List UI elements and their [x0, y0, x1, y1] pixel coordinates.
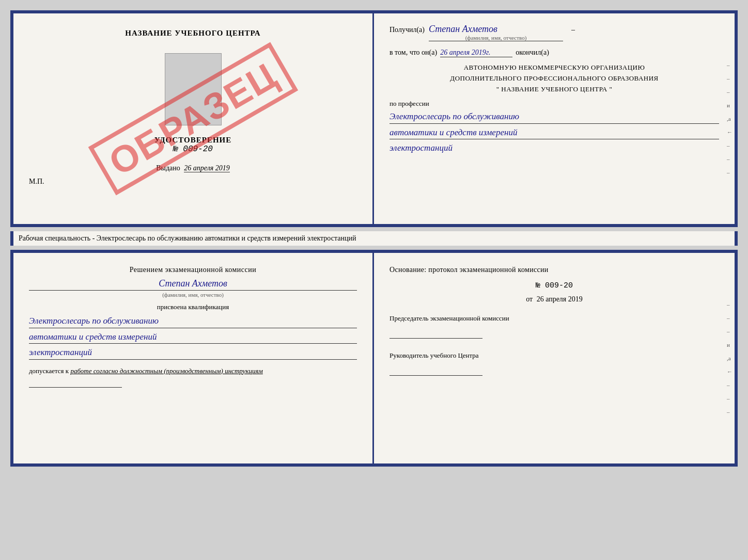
profession-line2: автоматики и средств измерений [389, 126, 719, 140]
mp-line: М.П. [29, 178, 44, 186]
poluchil-label: Получил(а) [389, 26, 425, 34]
udostoverenie-number: № 009-20 [154, 145, 232, 154]
page-wrapper: НАЗВАНИЕ УЧЕБНОГО ЦЕНТРА УДОСТОВЕРЕНИЕ №… [10, 10, 738, 467]
org-block: АВТОНОМНУЮ НЕКОММЕРЧЕСКУЮ ОРГАНИЗАЦИЮ ДО… [389, 62, 719, 94]
subtitle-text: Рабочая специальность - Электрослесарь п… [19, 234, 356, 242]
bottom-right-panel: Основание: протокол экзаменационной коми… [374, 253, 735, 463]
bottom-left-panel: Решением экзаменационной комиссии Степан… [13, 253, 374, 463]
protocol-number: № 009-20 [389, 281, 719, 290]
udostoverenie-block: УДОСТОВЕРЕНИЕ № 009-20 [154, 136, 232, 154]
fio-small-bottom: (фамилия, имя, отчество) [29, 292, 357, 298]
vtom-date: 26 апреля 2019г. [440, 49, 512, 57]
vydano-date: 26 апреля 2019 [184, 164, 229, 172]
vydano-line: Выдано 26 апреля 2019 [156, 164, 230, 172]
prisvoena-label: присвоена квалификация [29, 303, 357, 311]
vtom-line: в том, что он(а) 26 апреля 2019г. окончи… [389, 49, 719, 57]
profession-line3: электростанций [389, 141, 719, 155]
photo-placeholder [165, 53, 222, 125]
udostoverenie-title: УДОСТОВЕРЕНИЕ [154, 136, 232, 145]
poluchil-line: Получил(а) Степан Ахметов (фамилия, имя,… [389, 24, 719, 41]
side-marks-right-bottom: – – – и ,а ← – – – [727, 301, 733, 415]
rukovoditel-block: Руководитель учебного Центра [389, 351, 719, 378]
osnovanie-title: Основание: протокол экзаменационной коми… [389, 266, 719, 274]
fio-small-top: (фамилия, имя, отчество) [429, 35, 563, 41]
org-line1: АВТОНОМНУЮ НЕКОММЕРЧЕСКУЮ ОРГАНИЗАЦИЮ [389, 62, 719, 73]
rukovoditel-signature-line [389, 365, 482, 376]
org-line3: " НАЗВАНИЕ УЧЕБНОГО ЦЕНТРА " [389, 84, 719, 95]
vtom-label: в том, что он(а) [389, 49, 437, 57]
profession-line1: Электрослесарь по обслуживанию [389, 110, 719, 124]
dopusk-label: допускается к [29, 367, 69, 375]
center-name-top: НАЗВАНИЕ УЧЕБНОГО ЦЕНТРА [125, 29, 260, 38]
predsedatel-label: Председатель экзаменационной комиссии [389, 314, 719, 323]
okonchil-label: окончил(а) [516, 49, 549, 57]
ot-label: от [526, 295, 533, 303]
subtitle-bar: Рабочая специальность - Электрослесарь п… [10, 231, 738, 246]
predsedatel-signature-line [389, 328, 482, 339]
bottom-document: Решением экзаменационной комиссии Степан… [10, 250, 738, 467]
ot-date: от 26 апреля 2019 [389, 295, 719, 303]
signature-line-bottom-left [29, 377, 122, 388]
top-right-panel: Получил(а) Степан Ахметов (фамилия, имя,… [374, 13, 735, 224]
vydano-label: Выдано [156, 164, 180, 172]
side-marks-right: – – – и ,а ← – – – [727, 62, 733, 175]
poluchil-name: Степан Ахметов [429, 24, 563, 35]
predsedatel-block: Председатель экзаменационной комиссии [389, 314, 719, 341]
top-document: НАЗВАНИЕ УЧЕБНОГО ЦЕНТРА УДОСТОВЕРЕНИЕ №… [10, 10, 738, 227]
dopusk-text: работе согласно должностным (производств… [70, 367, 262, 375]
qual-line1: Электрослесарь по обслуживанию [29, 314, 357, 328]
commission-name: Степан Ахметов [29, 278, 357, 289]
po-professii-label: по профессии [389, 100, 719, 108]
resheniem-title: Решением экзаменационной комиссии [29, 266, 357, 274]
qual-line2: автоматики и средств измерений [29, 330, 357, 344]
dash-after-name: – [571, 26, 575, 34]
ot-date-value: 26 апреля 2019 [537, 295, 583, 303]
qual-line3: электростанций [29, 346, 357, 360]
org-line2: ДОПОЛНИТЕЛЬНОГО ПРОФЕССИОНАЛЬНОГО ОБРАЗО… [389, 73, 719, 84]
rukovoditel-label: Руководитель учебного Центра [389, 351, 719, 360]
dopuskaetsya-line: допускается к работе согласно должностны… [29, 367, 357, 375]
top-left-panel: НАЗВАНИЕ УЧЕБНОГО ЦЕНТРА УДОСТОВЕРЕНИЕ №… [13, 13, 374, 224]
